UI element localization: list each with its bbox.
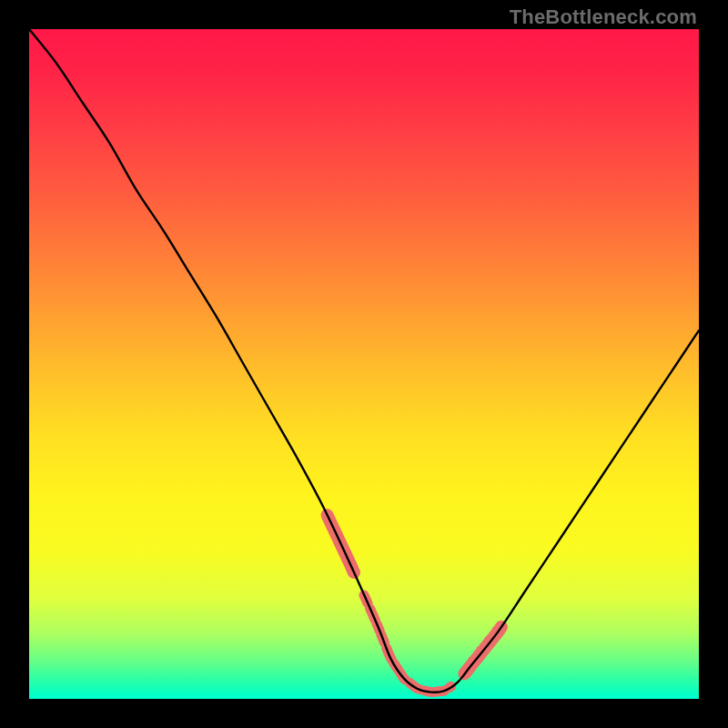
- highlight-segment: [364, 595, 451, 693]
- chart-stage: TheBottleneck.com: [0, 0, 728, 728]
- plot-area: [29, 29, 699, 699]
- bottleneck-curve: [29, 29, 699, 693]
- watermark-text: TheBottleneck.com: [510, 5, 697, 29]
- curve-layer: [29, 29, 699, 699]
